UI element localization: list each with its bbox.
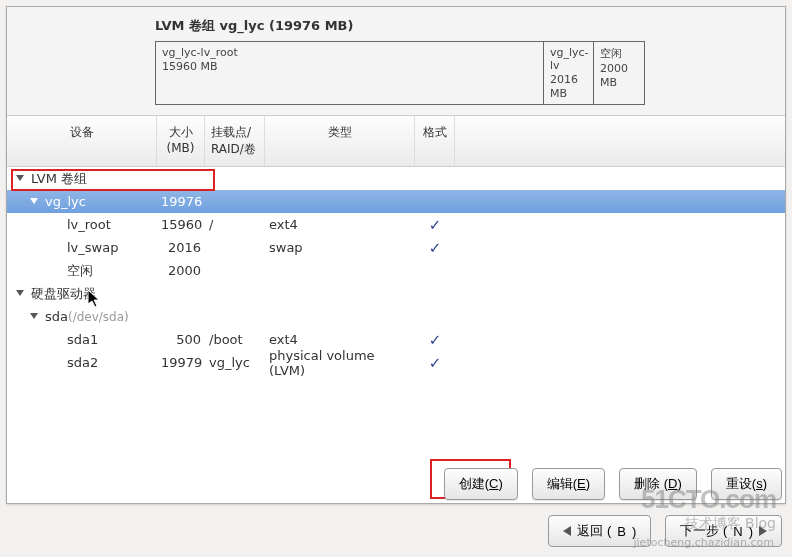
alloc-swap: vg_lyc-lv 2016 MB (544, 42, 594, 104)
arrow-left-icon (563, 526, 571, 536)
col-device[interactable]: 设备 (7, 116, 157, 166)
row-free[interactable]: 空闲 2000 (7, 259, 785, 282)
device-size: 2000 (157, 263, 205, 278)
summary-panel: LVM 卷组 vg_lyc (19976 MB) vg_lyc-lv_root … (7, 7, 785, 116)
device-type: swap (265, 240, 415, 255)
format-check-icon: ✓ (415, 331, 455, 349)
col-mount[interactable]: 挂载点/ RAID/卷 (205, 116, 265, 166)
expander-icon[interactable] (29, 196, 41, 208)
device-type: ext4 (265, 332, 415, 347)
device-type: ext4 (265, 217, 415, 232)
col-size[interactable]: 大小 (MB) (157, 116, 205, 166)
format-check-icon: ✓ (415, 354, 455, 372)
device-path: (/dev/sda) (68, 310, 129, 324)
expander-icon[interactable] (29, 311, 41, 323)
alloc-free: 空闲 2000 MB (594, 42, 644, 104)
device-name: sda1 (67, 332, 98, 347)
device-name: sda2 (67, 355, 98, 370)
summary-title: LVM 卷组 vg_lyc (19976 MB) (155, 17, 785, 35)
device-mount: vg_lyc (205, 355, 265, 370)
row-vg-lyc[interactable]: vg_lyc 19976 (7, 190, 785, 213)
device-name: sda (45, 309, 68, 324)
device-size: 19976 (157, 194, 205, 209)
main-window: LVM 卷组 vg_lyc (19976 MB) vg_lyc-lv_root … (6, 6, 786, 504)
watermark-subtitle: 技术博客 Blog (685, 515, 776, 533)
row-sda2[interactable]: sda2 19979 vg_lyc physical volume (LVM) … (7, 351, 785, 374)
tree-header: 设备 大小 (MB) 挂载点/ RAID/卷 类型 格式 (7, 116, 785, 167)
device-size: 2016 (157, 240, 205, 255)
device-name: vg_lyc (45, 194, 86, 209)
edit-button[interactable]: 编辑(E) (532, 468, 605, 500)
group-hdd[interactable]: 硬盘驱动器 (7, 282, 785, 305)
col-format[interactable]: 格式 (415, 116, 455, 166)
row-sda[interactable]: sda (/dev/sda) (7, 305, 785, 328)
group-lvm[interactable]: LVM 卷组 (7, 167, 785, 190)
group-lvm-label: LVM 卷组 (31, 170, 87, 188)
format-check-icon: ✓ (415, 216, 455, 234)
create-button[interactable]: 创建(C) (444, 468, 518, 500)
device-mount: / (205, 217, 265, 232)
device-name: 空闲 (67, 262, 93, 280)
device-size: 15960 (157, 217, 205, 232)
device-type: physical volume (LVM) (265, 348, 415, 378)
watermark-logo: 51CTO.com (641, 484, 776, 515)
expander-icon[interactable] (15, 288, 27, 300)
row-lv-swap[interactable]: lv_swap 2016 swap ✓ (7, 236, 785, 259)
device-name: lv_root (67, 217, 111, 232)
row-lv-root[interactable]: lv_root 15960 / ext4 ✓ (7, 213, 785, 236)
device-size: 500 (157, 332, 205, 347)
device-name: lv_swap (67, 240, 118, 255)
summary-allocation-bar: vg_lyc-lv_root 15960 MB vg_lyc-lv 2016 M… (155, 41, 645, 105)
device-size: 19979 (157, 355, 205, 370)
format-check-icon: ✓ (415, 239, 455, 257)
col-type[interactable]: 类型 (265, 116, 415, 166)
expander-icon[interactable] (15, 173, 27, 185)
tree-body: LVM 卷组 vg_lyc 19976 lv_root 15960 / ext4… (7, 167, 785, 374)
group-hdd-label: 硬盘驱动器 (31, 285, 96, 303)
alloc-root: vg_lyc-lv_root 15960 MB (156, 42, 544, 104)
device-mount: /boot (205, 332, 265, 347)
watermark-url: jietocheng.chazidian.com (634, 536, 775, 549)
